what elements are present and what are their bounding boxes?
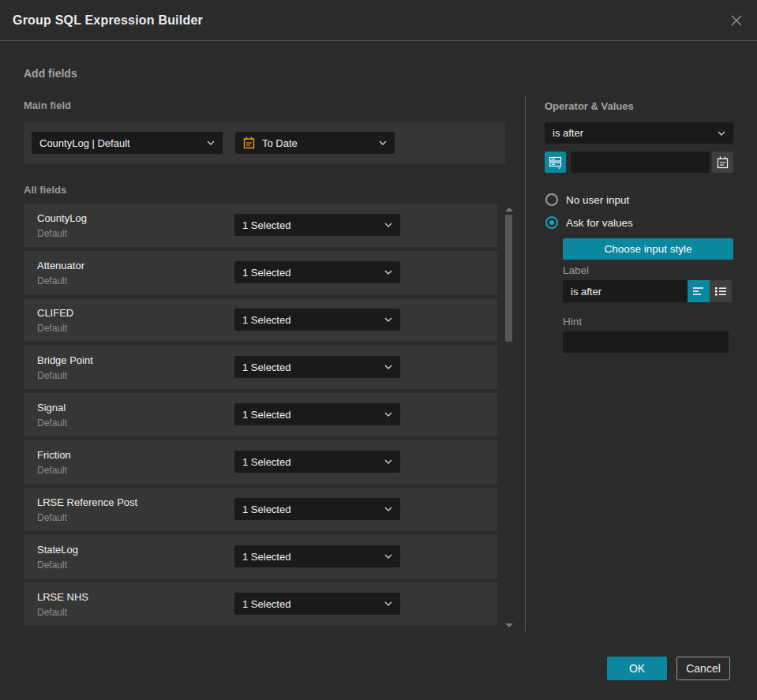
- field-name: LRSE Reference Post: [37, 496, 137, 508]
- hint-input[interactable]: [563, 331, 729, 353]
- list-icon: [714, 286, 727, 297]
- list-item: Friction Default 1 Selected: [24, 440, 497, 484]
- list-style-button[interactable]: [710, 280, 732, 302]
- scroll-up-icon[interactable]: [505, 208, 513, 211]
- ok-button[interactable]: OK: [607, 657, 667, 680]
- list-item: Signal Default 1 Selected: [24, 393, 497, 436]
- main-field-panel: CountyLog | Default To Date: [24, 122, 505, 164]
- field-name: Friction: [37, 449, 71, 461]
- scrollbar-thumb[interactable]: [505, 215, 512, 342]
- field-selection-dropdown[interactable]: 1 Selected: [234, 498, 400, 520]
- group-sql-expression-builder-dialog: Group SQL Expression Builder Add fields …: [0, 0, 757, 700]
- field-selection-value: 1 Selected: [242, 361, 290, 373]
- label-field-label: Label: [563, 264, 589, 276]
- list-item: StateLog Default 1 Selected: [24, 535, 497, 578]
- operator-values-heading: Operator & Values: [545, 100, 634, 112]
- field-sublabel: Default: [37, 607, 67, 618]
- field-sublabel: Default: [37, 465, 67, 476]
- chevron-down-icon: [718, 131, 725, 136]
- field-sublabel: Default: [37, 417, 67, 429]
- list-item: LRSE Reference Post Default 1 Selected: [24, 488, 497, 531]
- all-fields-label: All fields: [24, 184, 66, 196]
- dialog-header: Group SQL Expression Builder: [0, 0, 757, 41]
- field-selection-value: 1 Selected: [242, 219, 290, 231]
- choose-input-style-button[interactable]: Choose input style: [563, 238, 733, 260]
- chevron-down-icon: [384, 601, 392, 606]
- chevron-down-icon: [384, 507, 392, 511]
- field-name: CountyLog: [37, 212, 87, 224]
- field-selection-dropdown[interactable]: 1 Selected: [234, 261, 400, 283]
- field-selection-value: 1 Selected: [242, 456, 290, 468]
- field-name: StateLog: [37, 544, 78, 556]
- field-selection-dropdown[interactable]: 1 Selected: [234, 451, 400, 473]
- field-name: Signal: [37, 402, 66, 414]
- chevron-down-icon: [379, 140, 387, 145]
- list-item: LRSE NHS Default 1 Selected: [24, 582, 497, 626]
- field-sublabel: Default: [37, 512, 67, 523]
- field-selection-value: 1 Selected: [242, 314, 290, 326]
- radio-icon: [545, 216, 558, 229]
- main-field-dropdown[interactable]: CountyLog | Default: [32, 132, 223, 154]
- vertical-divider: [525, 96, 526, 631]
- stacked-values-icon: [549, 155, 562, 169]
- field-selection-value: 1 Selected: [242, 598, 290, 610]
- list-item: Bridge Point Default 1 Selected: [24, 346, 497, 389]
- single-line-style-button[interactable]: [688, 280, 710, 302]
- chevron-down-icon: [384, 317, 392, 322]
- hint-field-label: Hint: [563, 316, 582, 328]
- radio-label: No user input: [566, 194, 629, 206]
- calendar-icon: [717, 156, 729, 169]
- scroll-down-icon[interactable]: [505, 623, 513, 627]
- field-name: Attenuator: [37, 260, 84, 271]
- field-sublabel: Default: [37, 275, 67, 286]
- chevron-down-icon: [384, 554, 392, 559]
- calendar-icon: [243, 137, 255, 149]
- field-selection-value: 1 Selected: [242, 267, 290, 279]
- chevron-down-icon: [384, 459, 392, 464]
- radio-label: Ask for values: [566, 217, 633, 229]
- label-input[interactable]: [563, 280, 688, 302]
- chevron-down-icon: [207, 140, 215, 145]
- list-item: Attenuator Default 1 Selected: [24, 251, 497, 294]
- radio-no-user-input[interactable]: No user input: [545, 193, 629, 206]
- list-item: CountyLog Default 1 Selected: [24, 204, 497, 247]
- operator-dropdown[interactable]: is after: [545, 122, 733, 144]
- value-source-button[interactable]: [545, 152, 566, 173]
- field-selection-value: 1 Selected: [242, 503, 290, 515]
- radio-icon: [545, 193, 558, 206]
- field-selection-value: 1 Selected: [242, 409, 290, 421]
- field-sublabel: Default: [37, 560, 67, 571]
- value-input[interactable]: [571, 152, 710, 173]
- field-sublabel: Default: [37, 370, 67, 381]
- operator-dropdown-value: is after: [553, 127, 583, 139]
- field-name: CLIFED: [37, 307, 73, 319]
- all-fields-list: CountyLog Default 1 Selected Attenuator …: [24, 204, 497, 630]
- date-picker-button[interactable]: [712, 152, 733, 173]
- main-field-dropdown-value: CountyLog | Default: [39, 137, 130, 149]
- close-icon[interactable]: [729, 13, 744, 28]
- add-fields-heading: Add fields: [24, 67, 77, 80]
- field-sublabel: Default: [37, 228, 67, 239]
- dialog-title: Group SQL Expression Builder: [13, 13, 203, 28]
- chevron-down-icon: [384, 223, 392, 227]
- date-dropdown-value: To Date: [262, 137, 298, 149]
- field-name: Bridge Point: [37, 354, 93, 366]
- align-left-icon: [692, 286, 705, 297]
- date-field-dropdown[interactable]: To Date: [235, 132, 395, 154]
- field-sublabel: Default: [37, 323, 67, 334]
- main-field-label: Main field: [24, 99, 71, 111]
- chevron-down-icon: [384, 412, 392, 417]
- cancel-button[interactable]: Cancel: [676, 657, 730, 680]
- field-selection-dropdown[interactable]: 1 Selected: [234, 403, 400, 425]
- field-selection-dropdown[interactable]: 1 Selected: [234, 545, 400, 567]
- field-selection-dropdown[interactable]: 1 Selected: [234, 593, 400, 615]
- field-selection-dropdown[interactable]: 1 Selected: [234, 356, 400, 378]
- chevron-down-icon: [384, 365, 392, 369]
- field-name: LRSE NHS: [37, 591, 88, 603]
- chevron-down-icon: [384, 270, 392, 275]
- field-selection-dropdown[interactable]: 1 Selected: [234, 214, 400, 236]
- list-item: CLIFED Default 1 Selected: [24, 298, 497, 342]
- radio-ask-for-values[interactable]: Ask for values: [545, 216, 633, 229]
- field-selection-value: 1 Selected: [242, 551, 290, 563]
- field-selection-dropdown[interactable]: 1 Selected: [234, 309, 400, 331]
